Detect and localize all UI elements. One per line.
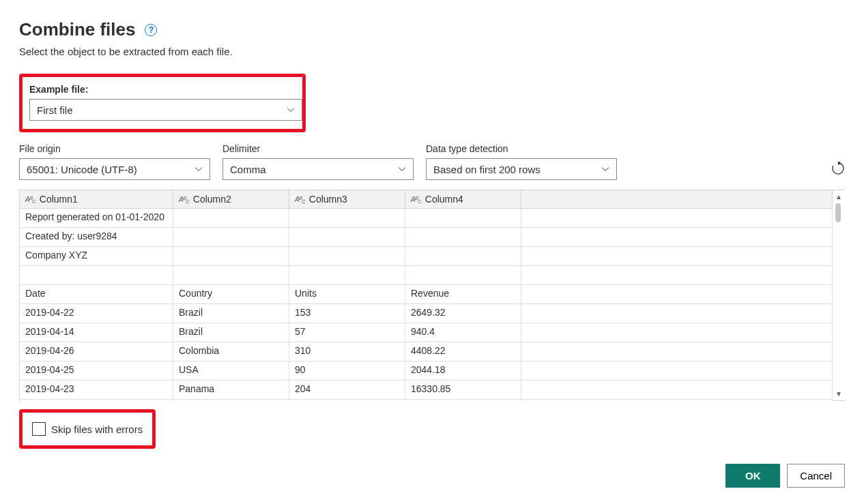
table-cell: Brazil xyxy=(173,304,289,323)
table-cell: 356 xyxy=(289,400,405,401)
delimiter-value: Comma xyxy=(230,164,266,175)
cancel-button[interactable]: Cancel xyxy=(787,464,845,488)
table-cell xyxy=(20,266,173,285)
scroll-down-arrow[interactable]: ▼ xyxy=(835,390,842,398)
column-header[interactable]: ABCColumn2 xyxy=(173,190,289,209)
table-cell: Report generated on 01-01-2020 xyxy=(20,209,173,228)
column-header-filler xyxy=(521,190,833,209)
table-cell: 4408.22 xyxy=(405,342,521,361)
text-type-icon: ABC xyxy=(25,196,35,203)
scroll-up-arrow[interactable]: ▲ xyxy=(835,193,842,201)
file-origin-value: 65001: Unicode (UTF-8) xyxy=(27,164,137,175)
dialog-title: Combine files xyxy=(19,19,135,40)
table-cell: 3772.26 xyxy=(405,400,521,401)
chevron-down-icon xyxy=(601,165,609,173)
table-row[interactable] xyxy=(20,266,833,285)
table-row[interactable]: 2019-04-07USA3563772.26 xyxy=(20,400,833,401)
table-row[interactable]: DateCountryUnitsRevenue xyxy=(20,285,833,304)
table-cell: 2019-04-23 xyxy=(20,381,173,400)
help-icon[interactable]: ? xyxy=(145,24,157,36)
table-cell xyxy=(289,228,405,247)
ok-button[interactable]: OK xyxy=(725,464,780,488)
preview-table: ABCColumn1ABCColumn2ABCColumn3ABCColumn4… xyxy=(19,190,845,401)
table-cell: 204 xyxy=(289,381,405,400)
scroll-thumb[interactable] xyxy=(835,203,841,222)
table-cell xyxy=(289,266,405,285)
vertical-scrollbar[interactable]: ▲ ▼ xyxy=(833,190,845,401)
example-file-highlight: Example file: First file xyxy=(19,74,306,132)
table-cell xyxy=(405,228,521,247)
table-row[interactable]: 2019-04-25USA902044.18 xyxy=(20,361,833,381)
delimiter-dropdown[interactable]: Comma xyxy=(222,158,414,180)
table-cell: Brazil xyxy=(173,323,289,342)
table-cell: Panama xyxy=(173,381,289,400)
text-type-icon: ABC xyxy=(179,196,189,203)
table-cell: 2019-04-26 xyxy=(20,342,173,361)
table-row[interactable]: 2019-04-14Brazil57940.4 xyxy=(20,323,833,342)
example-file-label: Example file: xyxy=(29,84,296,95)
text-type-icon: ABC xyxy=(411,196,421,203)
table-row[interactable]: 2019-04-23Panama20416330.85 xyxy=(20,381,833,400)
example-file-dropdown[interactable]: First file xyxy=(29,99,302,121)
table-cell: Created by: user9284 xyxy=(20,228,173,247)
table-cell: 16330.85 xyxy=(405,381,521,400)
text-type-icon: ABC xyxy=(295,196,305,203)
chevron-down-icon xyxy=(398,165,406,173)
table-row[interactable]: Created by: user9284 xyxy=(20,228,833,247)
table-cell xyxy=(173,228,289,247)
table-cell xyxy=(405,266,521,285)
file-origin-label: File origin xyxy=(19,143,210,154)
skip-files-label: Skip files with errors xyxy=(51,424,143,435)
table-cell: 2019-04-22 xyxy=(20,304,173,323)
column-header[interactable]: ABCColumn4 xyxy=(405,190,521,209)
table-cell xyxy=(289,209,405,228)
table-cell: Colombia xyxy=(173,342,289,361)
column-header[interactable]: ABCColumn3 xyxy=(289,190,405,209)
table-cell: 90 xyxy=(289,361,405,381)
file-origin-dropdown[interactable]: 65001: Unicode (UTF-8) xyxy=(19,158,210,180)
table-cell: 2019-04-07 xyxy=(20,400,173,401)
table-cell: 310 xyxy=(289,342,405,361)
table-cell xyxy=(289,247,405,266)
refresh-icon[interactable] xyxy=(831,166,845,177)
delimiter-label: Delimiter xyxy=(222,143,414,154)
table-cell: USA xyxy=(173,400,289,401)
table-cell: 2649.32 xyxy=(405,304,521,323)
table-row[interactable]: 2019-04-26Colombia3104408.22 xyxy=(20,342,833,361)
table-cell: 940.4 xyxy=(405,323,521,342)
dialog-subtitle: Select the object to be extracted from e… xyxy=(19,46,845,57)
table-row[interactable]: Report generated on 01-01-2020 xyxy=(20,209,833,228)
table-cell: 2019-04-25 xyxy=(20,361,173,381)
chevron-down-icon xyxy=(195,165,203,173)
table-cell xyxy=(405,209,521,228)
example-file-value: First file xyxy=(37,104,73,116)
skip-files-checkbox[interactable] xyxy=(32,422,46,436)
table-cell: Revenue xyxy=(405,285,521,304)
table-cell xyxy=(173,247,289,266)
detection-dropdown[interactable]: Based on first 200 rows xyxy=(426,158,617,180)
table-cell: 2019-04-14 xyxy=(20,323,173,342)
table-cell: Country xyxy=(173,285,289,304)
table-cell xyxy=(173,266,289,285)
detection-value: Based on first 200 rows xyxy=(433,164,541,175)
detection-label: Data type detection xyxy=(426,143,617,154)
table-cell: Units xyxy=(289,285,405,304)
table-cell xyxy=(405,247,521,266)
table-cell xyxy=(173,209,289,228)
table-cell: Company XYZ xyxy=(20,247,173,266)
table-cell: 153 xyxy=(289,304,405,323)
table-cell: 2044.18 xyxy=(405,361,521,381)
chevron-down-icon xyxy=(287,106,295,114)
table-cell: Date xyxy=(20,285,173,304)
table-row[interactable]: Company XYZ xyxy=(20,247,833,266)
column-header[interactable]: ABCColumn1 xyxy=(20,190,173,209)
table-row[interactable]: 2019-04-22Brazil1532649.32 xyxy=(20,304,833,323)
table-cell: 57 xyxy=(289,323,405,342)
table-cell: USA xyxy=(173,361,289,381)
skip-files-highlight: Skip files with errors xyxy=(19,409,156,449)
